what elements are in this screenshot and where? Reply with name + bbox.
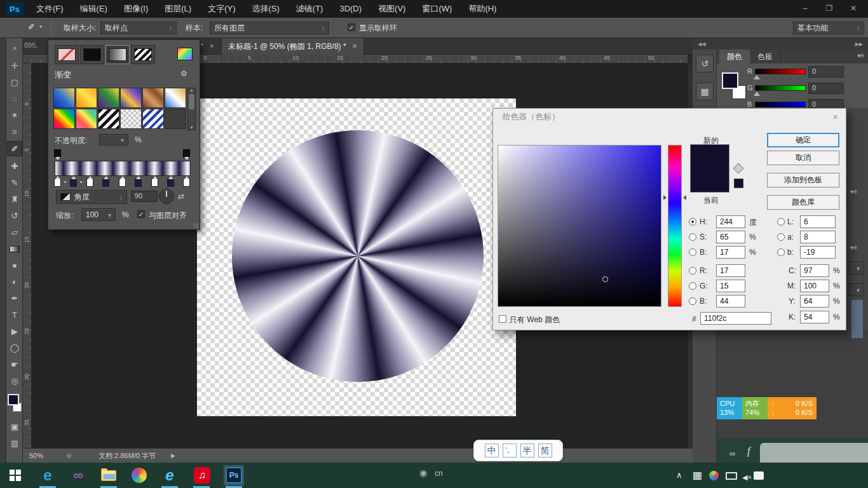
g-value[interactable]: 0 <box>808 83 844 94</box>
sample-size-dropdown[interactable]: 取样点 ↕ <box>100 22 177 34</box>
b-radio[interactable] <box>689 248 696 256</box>
tray-muted-speaker-icon[interactable]: ◀× <box>742 471 752 482</box>
path-select-tool[interactable]: ▶ <box>7 324 22 339</box>
r-radio[interactable] <box>689 267 696 274</box>
midpoint-marker[interactable] <box>79 180 83 184</box>
g-field[interactable]: 15 <box>716 280 745 292</box>
gradient-preset[interactable] <box>98 109 119 129</box>
resize-grip[interactable] <box>193 223 198 228</box>
angle-dial[interactable] <box>159 189 174 204</box>
gradient-preset-button-3-selected[interactable] <box>105 45 130 64</box>
zoom-tool[interactable]: ◎ <box>7 374 22 389</box>
tray-grid-icon[interactable]: ▦ <box>693 469 702 481</box>
tool-preset-caret-icon[interactable]: ▾ <box>39 24 43 30</box>
opacity-dropdown[interactable]: ▾ <box>99 134 128 146</box>
hue-marker-right[interactable] <box>683 195 686 200</box>
saturation-field[interactable] <box>498 145 661 307</box>
lab-b-field[interactable]: -19 <box>800 246 836 259</box>
color-stop[interactable] <box>86 179 93 187</box>
y-field[interactable]: 64 <box>800 295 829 308</box>
rainbow-thumb[interactable] <box>177 48 193 60</box>
restore-button[interactable]: ❐ <box>817 2 841 15</box>
ime-mode-chinese[interactable]: 中 <box>485 444 499 458</box>
hand-tool[interactable]: ☛ <box>7 357 22 372</box>
tab-swatches[interactable]: 色板 <box>750 50 781 64</box>
panel-menu-icon[interactable]: ▾≡ <box>850 244 857 251</box>
web-safe-swatch[interactable] <box>734 179 743 188</box>
blur-tool[interactable]: ● <box>7 258 22 273</box>
gradient-tool[interactable] <box>7 241 22 257</box>
panel-foreground-swatch[interactable] <box>722 72 738 89</box>
menu-window[interactable]: 窗口(W) <box>414 0 460 18</box>
type-tool[interactable]: T <box>7 308 22 323</box>
color-field-marker[interactable] <box>602 276 608 282</box>
r-value[interactable]: 0 <box>808 66 844 78</box>
gradient-preset[interactable] <box>98 88 119 108</box>
edge-icon[interactable]: e <box>39 466 57 484</box>
scale-dropdown[interactable]: 100 ▾ <box>81 208 116 221</box>
history-panel-icon[interactable]: ↺ <box>696 55 714 72</box>
cancel-button[interactable]: 取消 <box>767 151 839 165</box>
reverse-icon[interactable]: ⇄ <box>178 192 184 201</box>
color-stop[interactable] <box>135 179 142 187</box>
menu-type[interactable]: 文字(Y) <box>200 0 243 18</box>
color-stop[interactable] <box>70 179 77 187</box>
shape-tool[interactable]: ◯ <box>7 341 22 356</box>
web-only-checkbox[interactable] <box>499 315 506 323</box>
scroll-thumb[interactable] <box>189 94 194 109</box>
workspace-dropdown[interactable]: 基本功能 ↕ <box>793 22 864 34</box>
gradient-preset-button-4[interactable] <box>131 45 155 64</box>
color-stop[interactable] <box>54 179 61 187</box>
tray-color-icon[interactable] <box>709 471 719 480</box>
align-checkbox[interactable]: ✓ <box>137 210 145 218</box>
r-slider[interactable] <box>755 69 806 74</box>
b2-field[interactable]: 44 <box>716 295 745 308</box>
hidden-tab-close-icon[interactable]: × <box>210 42 214 50</box>
ime-halfwidth[interactable]: 半 <box>520 444 534 458</box>
media-app-icon[interactable] <box>130 466 148 484</box>
b-field[interactable]: 17 <box>716 246 745 259</box>
ime-simplified[interactable]: 简 <box>538 444 552 458</box>
color-stop[interactable] <box>167 179 174 187</box>
eraser-tool[interactable]: ▱ <box>7 225 22 240</box>
m-field[interactable]: 100 <box>800 280 829 292</box>
opacity-stop-right[interactable] <box>183 149 190 158</box>
panel-menu-icon[interactable]: ▾≡ <box>857 52 864 59</box>
f-widget-icon[interactable]: f <box>747 445 750 457</box>
s-field[interactable]: 65 <box>716 231 745 243</box>
g-radio[interactable] <box>689 282 696 290</box>
tray-chevron-icon[interactable]: ∧ <box>676 470 682 480</box>
document-tab[interactable]: 未标题-1 @ 50% (椭圆 1, RGB/8) * × <box>221 38 364 55</box>
tab-close-icon[interactable]: × <box>353 42 357 51</box>
menu-view[interactable]: 视图(V) <box>370 0 414 18</box>
internet-explorer-icon[interactable]: e <box>161 466 179 484</box>
netease-music-icon[interactable]: ♫ <box>193 466 211 484</box>
gradient-preset[interactable] <box>142 88 164 108</box>
s-radio[interactable] <box>689 233 696 241</box>
gradient-style-dropdown[interactable]: 角度 ↕ <box>56 190 127 204</box>
layers-dropdown-button[interactable]: ▾ <box>849 262 864 274</box>
layers-dropdown-button[interactable]: ▾ <box>849 283 864 296</box>
menu-select[interactable]: 选择(S) <box>243 0 287 18</box>
tab-color[interactable]: 颜色 <box>719 50 750 64</box>
gradient-preset[interactable] <box>76 109 97 129</box>
tray-display-icon[interactable] <box>726 472 737 480</box>
dodge-tool[interactable]: ◐ <box>7 274 22 290</box>
angle-value-field[interactable]: 90 <box>131 191 158 202</box>
properties-panel-icon[interactable]: ▦ <box>696 83 714 100</box>
gradient-preset[interactable] <box>53 88 75 108</box>
magic-wand-tool[interactable]: ✶ <box>7 108 22 123</box>
lab-b-radio[interactable] <box>777 248 785 256</box>
move-tool[interactable]: ✛ <box>7 58 22 74</box>
panel-scroll-slab[interactable] <box>851 300 863 338</box>
ok-button[interactable]: 确定 <box>767 133 839 147</box>
opacity-stop-left[interactable] <box>54 149 61 158</box>
show-ring-checkbox[interactable]: ✓ <box>348 24 355 31</box>
gradient-preset[interactable] <box>165 88 186 108</box>
dock-collapse-right-icon[interactable]: ▶▶ <box>855 41 863 47</box>
dialog-close-icon[interactable]: × <box>832 111 838 122</box>
l-field[interactable]: 6 <box>800 215 836 228</box>
ime-punctuation[interactable]: '。 <box>503 444 517 458</box>
gradient-preset-button-1[interactable] <box>55 45 79 64</box>
gradient-preset[interactable] <box>142 109 164 129</box>
